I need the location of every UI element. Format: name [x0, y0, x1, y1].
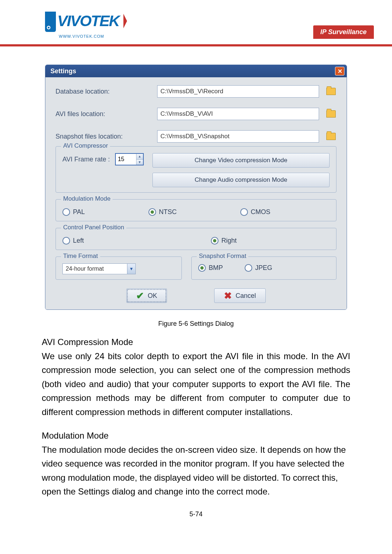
- time-format-combo[interactable]: 24-hour format ▼: [62, 263, 136, 274]
- combo-dropdown-button[interactable]: ▼: [127, 264, 135, 274]
- spinner-up-button[interactable]: ▲: [136, 154, 143, 159]
- modulation-paragraph: The modulation mode decides the on-scree…: [42, 443, 350, 499]
- svg-point-1: [48, 27, 50, 29]
- database-location-input[interactable]: C:\VrmssDB_V\Record: [157, 85, 319, 98]
- page-number: 5-74: [42, 510, 350, 518]
- snapshot-location-row: Snapshot files location: C:\VrmssDB_V\Sn…: [56, 130, 336, 143]
- snapshot-format-group: Snapshot Format BMP JPEG: [191, 257, 336, 280]
- dialog-body: Database location: C:\VrmssDB_V\Record A…: [45, 77, 347, 309]
- snapshot-location-input[interactable]: C:\VrmssDB_V\Snapshot: [157, 130, 319, 143]
- dialog-title: Settings: [50, 67, 76, 75]
- header-bar: VIVOTEK WWW.VIVOTEK.COM IP Surveillance: [0, 0, 392, 46]
- database-location-row: Database location: C:\VrmssDB_V\Record: [56, 85, 336, 98]
- avi-browse-button[interactable]: [326, 109, 336, 119]
- pal-radio[interactable]: PAL: [62, 208, 85, 216]
- avi-location-row: AVI files location: C:\VrmssDB_V\AVI: [56, 108, 336, 120]
- time-format-legend: Time Format: [61, 253, 100, 260]
- control-panel-position-legend: Control Panel Position: [61, 224, 126, 231]
- cmos-radio[interactable]: CMOS: [240, 208, 270, 216]
- ok-button[interactable]: ✔ OK: [126, 288, 167, 303]
- folder-icon: [326, 110, 336, 118]
- chevron-down-icon: ▼: [129, 266, 134, 271]
- radio-icon: [62, 237, 70, 245]
- right-radio[interactable]: Right: [211, 237, 237, 245]
- snapshot-format-legend: Snapshot Format: [197, 253, 248, 260]
- modulation-heading: Modulation Mode: [42, 431, 350, 441]
- time-format-value: 24-hour format: [63, 264, 127, 274]
- titlebar: Settings ✕: [45, 65, 347, 77]
- ok-label: OK: [148, 292, 157, 300]
- brand-logo: VIVOTEK WWW.VIVOTEK.COM: [44, 10, 127, 38]
- radio-icon: [240, 208, 248, 216]
- avi-compressor-group: AVI Compressor AVI Frame rate : 15 ▲ ▼: [56, 146, 336, 193]
- left-label: Left: [73, 237, 84, 245]
- avi-compression-paragraph: We use only 24 bits color depth to expor…: [42, 349, 350, 419]
- snapshot-browse-button[interactable]: [326, 132, 336, 141]
- vivotek-logo-icon: VIVOTEK: [44, 10, 127, 36]
- cancel-label: Cancel: [236, 292, 256, 300]
- folder-icon: [326, 88, 336, 95]
- radio-icon: [245, 264, 252, 272]
- avi-location-input[interactable]: C:\VrmssDB_V\AVI: [157, 108, 319, 120]
- snapshot-location-label: Snapshot files location:: [56, 133, 157, 140]
- time-format-group: Time Format 24-hour format ▼: [56, 257, 182, 280]
- modulation-mode-legend: Modulation Mode: [61, 195, 113, 202]
- cmos-label: CMOS: [251, 208, 270, 216]
- change-video-compression-button[interactable]: Change Video compression Mode: [152, 153, 330, 168]
- settings-dialog: Settings ✕ Database location: C:\VrmssDB…: [45, 65, 347, 310]
- jpeg-label: JPEG: [255, 264, 272, 272]
- avi-frame-rate-spinner[interactable]: 15 ▲ ▼: [115, 153, 144, 165]
- figure-caption: Figure 5-6 Settings Dialog: [42, 320, 350, 328]
- database-location-label: Database location:: [56, 88, 157, 95]
- radio-selected-icon: [198, 264, 206, 272]
- close-icon: ✕: [338, 68, 342, 75]
- avi-frame-rate-value[interactable]: 15: [116, 154, 136, 165]
- database-browse-button[interactable]: [326, 87, 336, 96]
- check-icon: ✔: [136, 290, 144, 301]
- cancel-button[interactable]: ✖ Cancel: [214, 288, 266, 303]
- avi-compressor-legend: AVI Compressor: [61, 142, 110, 149]
- ntsc-label: NTSC: [159, 208, 177, 216]
- change-audio-compression-button[interactable]: Change Audio compression Mode: [152, 173, 330, 187]
- chevron-up-icon: ▲: [138, 155, 141, 158]
- svg-text:VIVOTEK: VIVOTEK: [57, 12, 121, 29]
- jpeg-radio[interactable]: JPEG: [245, 264, 272, 272]
- avi-frame-rate-label: AVI Frame rate :: [62, 156, 110, 163]
- left-radio[interactable]: Left: [62, 237, 84, 245]
- brand-url: WWW.VIVOTEK.COM: [59, 34, 127, 38]
- avi-compression-heading: AVI Compression Mode: [42, 337, 350, 347]
- spinner-down-button[interactable]: ▼: [136, 159, 143, 165]
- x-icon: ✖: [224, 290, 232, 301]
- bmp-label: BMP: [209, 264, 223, 272]
- control-panel-position-group: Control Panel Position Left Right: [56, 228, 336, 250]
- folder-icon: [326, 133, 336, 140]
- right-label: Right: [221, 237, 237, 245]
- radio-icon: [62, 208, 70, 216]
- ip-surveillance-label: IP Surveillance: [313, 25, 374, 39]
- chevron-down-icon: ▼: [138, 160, 141, 164]
- bmp-radio[interactable]: BMP: [198, 264, 223, 272]
- radio-selected-icon: [148, 208, 156, 216]
- radio-selected-icon: [211, 237, 219, 245]
- ntsc-radio[interactable]: NTSC: [148, 208, 177, 216]
- avi-location-label: AVI files location:: [56, 110, 157, 118]
- modulation-mode-group: Modulation Mode PAL NTSC CMOS: [56, 199, 336, 221]
- close-button[interactable]: ✕: [335, 67, 344, 75]
- pal-label: PAL: [73, 208, 85, 216]
